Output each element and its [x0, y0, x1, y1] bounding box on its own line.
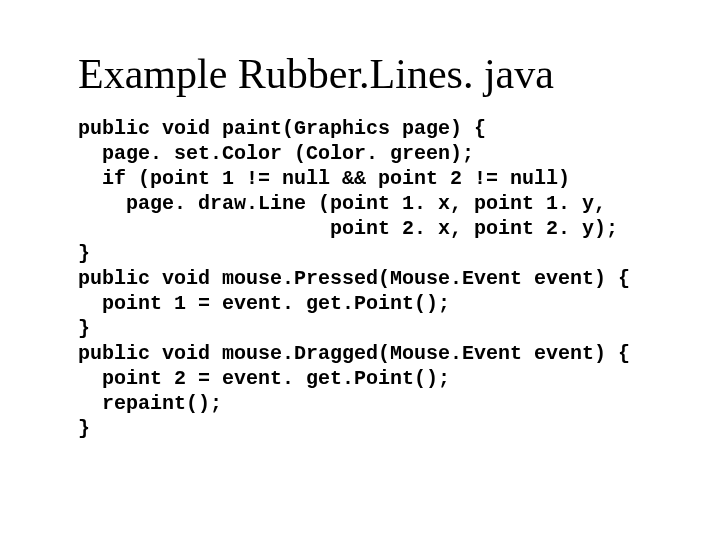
code-line: public void mouse.Pressed(Mouse.Event ev… [78, 267, 630, 290]
code-line: point 1 = event. get.Point(); [78, 292, 450, 315]
code-line: page. draw.Line (point 1. x, point 1. y, [78, 192, 606, 215]
code-line: } [78, 417, 90, 440]
code-line: point 2 = event. get.Point(); [78, 367, 450, 390]
code-line: repaint(); [78, 392, 222, 415]
code-line: } [78, 317, 90, 340]
slide-title: Example Rubber.Lines. java [78, 50, 650, 98]
code-block: public void paint(Graphics page) { page.… [78, 116, 650, 441]
code-line: } [78, 242, 90, 265]
code-line: if (point 1 != null && point 2 != null) [78, 167, 570, 190]
code-line: point 2. x, point 2. y); [78, 217, 618, 240]
code-line: public void paint(Graphics page) { [78, 117, 486, 140]
code-line: page. set.Color (Color. green); [78, 142, 474, 165]
slide: Example Rubber.Lines. java public void p… [0, 0, 720, 540]
code-line: public void mouse.Dragged(Mouse.Event ev… [78, 342, 630, 365]
